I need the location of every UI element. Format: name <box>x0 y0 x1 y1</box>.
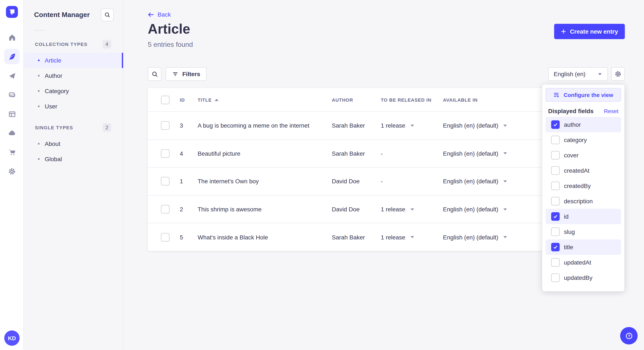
create-entry-button[interactable]: Create new entry <box>554 24 625 39</box>
field-checkbox[interactable] <box>551 212 560 221</box>
deploy-cloud-icon[interactable] <box>4 126 20 141</box>
single-types-count-badge: 2 <box>103 123 111 132</box>
select-all-checkbox[interactable] <box>161 95 170 104</box>
field-toggle[interactable]: author <box>546 117 621 132</box>
cell-releases[interactable]: 1 release <box>381 122 443 129</box>
sidebar-item[interactable]: User <box>24 99 123 114</box>
field-checkbox[interactable] <box>551 166 560 175</box>
row-checkbox[interactable] <box>161 233 170 241</box>
field-checkbox[interactable] <box>551 243 560 251</box>
cell-id: 1 <box>180 178 198 185</box>
field-toggle[interactable]: updatedBy <box>546 270 621 285</box>
field-toggle[interactable]: category <box>546 132 621 148</box>
cell-author: David Doe <box>332 178 381 185</box>
gear-icon <box>614 71 622 77</box>
content-type-builder-icon[interactable] <box>4 106 20 122</box>
filters-button[interactable]: Filters <box>166 67 206 81</box>
field-toggle[interactable]: id <box>546 209 621 224</box>
strapi-logo-icon <box>8 8 16 16</box>
chevron-down-icon <box>503 180 507 183</box>
field-checkbox[interactable] <box>551 258 560 267</box>
search-button[interactable] <box>101 8 114 21</box>
field-checkbox[interactable] <box>551 136 560 144</box>
content-manager-panel: Content Manager COLLECTION TYPES 4 Artic… <box>24 0 124 350</box>
home-icon[interactable] <box>4 30 20 45</box>
sidebar-item[interactable]: Global <box>24 151 123 167</box>
field-checkbox[interactable] <box>551 227 560 236</box>
column-header-title[interactable]: TITLE <box>198 97 332 102</box>
chevron-down-icon <box>503 236 507 239</box>
main-content: Back Article 5 entries found Create new … <box>124 0 644 350</box>
sidebar-item[interactable]: Author <box>24 68 123 83</box>
cell-releases[interactable]: 1 release <box>381 206 443 213</box>
question-mark-icon: ? <box>624 331 634 341</box>
releases-icon[interactable] <box>4 68 20 83</box>
reset-link[interactable]: Reset <box>604 108 618 114</box>
locale-select[interactable]: English (en) <box>548 67 608 81</box>
field-toggle[interactable]: slug <box>546 224 621 239</box>
cell-releases[interactable]: 1 release <box>381 234 443 240</box>
sidebar-item[interactable]: About <box>24 136 123 151</box>
content-manager-icon[interactable] <box>4 49 20 64</box>
field-label: slug <box>564 228 575 235</box>
field-checkbox[interactable] <box>551 120 560 129</box>
cell-id: 5 <box>180 234 198 240</box>
field-label: updatedBy <box>564 274 592 281</box>
field-label: id <box>564 213 568 220</box>
back-link[interactable]: Back <box>148 11 171 18</box>
cell-author: Sarah Baker <box>332 150 381 157</box>
row-checkbox[interactable] <box>161 177 170 186</box>
field-checkbox[interactable] <box>551 151 560 160</box>
table-search-button[interactable] <box>148 67 162 81</box>
strapi-logo[interactable] <box>6 6 18 18</box>
sidebar-item-label: Category <box>45 88 69 94</box>
cell-title: What's inside a Black Hole <box>198 234 332 240</box>
cell-id: 4 <box>180 150 198 157</box>
sidebar-item[interactable]: Category <box>24 83 123 99</box>
field-label: title <box>564 244 573 250</box>
sidebar-item-label: User <box>45 103 57 110</box>
plus-icon <box>561 29 566 34</box>
bullet-icon <box>38 75 40 77</box>
field-checkbox[interactable] <box>551 273 560 282</box>
row-checkbox[interactable] <box>161 121 170 130</box>
single-types-section: SINGLE TYPES 2 About Global <box>24 123 123 167</box>
sidebar-item[interactable]: Article <box>24 53 123 68</box>
bullet-icon <box>38 90 40 92</box>
sort-ascending-icon <box>214 98 219 101</box>
media-library-icon[interactable] <box>4 87 20 103</box>
field-toggle[interactable]: createdAt <box>546 163 621 178</box>
bullet-icon <box>38 105 40 107</box>
field-toggle[interactable]: createdBy <box>546 178 621 193</box>
row-checkbox[interactable] <box>161 149 170 158</box>
configure-view-popover: Configure the view Displayed fields Rese… <box>542 85 624 291</box>
settings-gear-icon[interactable] <box>4 164 20 179</box>
field-checkbox[interactable] <box>551 181 560 190</box>
column-header-id[interactable]: ID <box>180 97 198 102</box>
toolbar: Filters English (en) <box>148 67 625 81</box>
column-header-author: AUTHOR <box>332 97 381 102</box>
field-label: createdAt <box>564 167 590 174</box>
field-label: author <box>564 121 581 128</box>
field-toggle[interactable]: cover <box>546 148 621 163</box>
field-toggle[interactable]: title <box>546 239 621 255</box>
marketplace-cart-icon[interactable] <box>4 145 20 160</box>
view-settings-button[interactable] <box>611 67 625 81</box>
row-checkbox[interactable] <box>161 205 170 213</box>
cell-releases[interactable]: - <box>381 178 443 185</box>
section-label: SINGLE TYPES <box>35 125 73 130</box>
field-toggle[interactable]: updatedAt <box>546 255 621 270</box>
cell-releases[interactable]: - <box>381 150 443 157</box>
avatar[interactable]: KD <box>4 331 20 346</box>
cell-title: A bug is becoming a meme on the internet <box>198 122 332 129</box>
cell-title: The internet's Own boy <box>198 178 332 185</box>
field-toggle[interactable]: description <box>546 193 621 209</box>
help-button[interactable]: ? <box>620 327 638 345</box>
configure-view-button[interactable]: Configure the view <box>546 88 621 102</box>
chevron-down-icon <box>410 124 414 127</box>
app-window: KD Content Manager COLLECTION TYPES 4 Ar… <box>0 0 644 350</box>
field-checkbox[interactable] <box>551 197 560 205</box>
bullet-icon <box>38 158 40 160</box>
check-icon <box>553 245 558 250</box>
column-header-released: TO BE RELEASED IN <box>381 97 443 102</box>
